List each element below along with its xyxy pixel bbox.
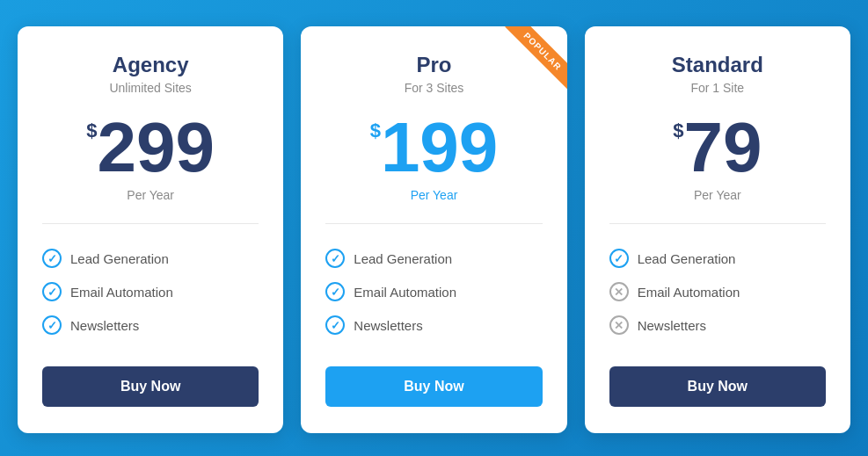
price-per-year: Per Year — [127, 188, 174, 202]
feature-item: ✕ Email Automation — [609, 275, 826, 308]
feature-item: ✓ Newsletters — [42, 308, 259, 342]
feature-label: Newsletters — [638, 318, 706, 333]
feature-label: Lead Generation — [354, 251, 452, 266]
check-icon: ✓ — [325, 249, 345, 268]
divider — [609, 223, 826, 224]
feature-label: Email Automation — [70, 285, 173, 300]
pricing-card-standard: Standard For 1 Site $ 79 Per Year ✓ Lead… — [585, 26, 850, 433]
price-amount: 299 — [98, 112, 215, 183]
price-amount: 79 — [683, 112, 762, 183]
feature-item: ✓ Lead Generation — [325, 242, 542, 275]
feature-item: ✕ Newsletters — [609, 308, 826, 342]
feature-item: ✓ Email Automation — [42, 275, 259, 308]
price-block: $ 199 — [370, 112, 499, 183]
check-icon: ✓ — [42, 315, 62, 335]
features-list: ✓ Lead Generation ✕ Email Automation ✕ N… — [609, 242, 826, 342]
plan-name: Agency — [113, 53, 189, 77]
feature-item: ✓ Email Automation — [325, 275, 542, 308]
buy-now-button[interactable]: Buy Now — [42, 366, 259, 407]
currency-symbol: $ — [370, 121, 381, 141]
price-block: $ 79 — [673, 112, 762, 183]
cross-icon: ✕ — [609, 315, 629, 335]
plan-name: Pro — [416, 53, 451, 77]
feature-label: Newsletters — [70, 318, 139, 333]
features-list: ✓ Lead Generation ✓ Email Automation ✓ N… — [325, 242, 542, 342]
price-per-year: Per Year — [694, 188, 741, 202]
plan-subtitle: For 3 Sites — [405, 81, 464, 95]
pricing-card-agency: Agency Unlimited Sites $ 299 Per Year ✓ … — [18, 26, 283, 433]
buy-now-button[interactable]: Buy Now — [325, 366, 542, 407]
feature-item: ✓ Lead Generation — [42, 242, 259, 275]
price-per-year: Per Year — [411, 188, 458, 202]
plan-name: Standard — [672, 53, 763, 77]
plan-subtitle: Unlimited Sites — [109, 81, 191, 95]
check-icon: ✓ — [325, 282, 345, 301]
cross-icon: ✕ — [609, 282, 629, 301]
check-icon: ✓ — [609, 249, 629, 268]
popular-ribbon: POPULAR — [488, 26, 567, 105]
feature-label: Lead Generation — [70, 251, 169, 266]
check-icon: ✓ — [325, 315, 345, 335]
feature-label: Email Automation — [354, 285, 456, 300]
feature-item: ✓ Lead Generation — [609, 242, 826, 275]
check-icon: ✓ — [42, 282, 62, 301]
plan-subtitle: For 1 Site — [690, 81, 744, 95]
price-block: $ 299 — [86, 112, 215, 183]
pricing-container: Agency Unlimited Sites $ 299 Per Year ✓ … — [18, 26, 850, 433]
check-icon: ✓ — [42, 249, 62, 268]
currency-symbol: $ — [673, 121, 683, 141]
features-list: ✓ Lead Generation ✓ Email Automation ✓ N… — [42, 242, 259, 342]
feature-label: Newsletters — [354, 318, 422, 333]
buy-now-button[interactable]: Buy Now — [609, 366, 826, 407]
divider — [42, 223, 259, 224]
feature-label: Lead Generation — [638, 251, 736, 266]
popular-ribbon-label: POPULAR — [505, 26, 567, 89]
divider — [325, 223, 542, 224]
currency-symbol: $ — [86, 121, 97, 141]
feature-item: ✓ Newsletters — [325, 308, 542, 342]
pricing-card-pro: POPULAR Pro For 3 Sites $ 199 Per Year ✓… — [301, 26, 566, 433]
price-amount: 199 — [381, 112, 498, 183]
feature-label: Email Automation — [638, 285, 740, 300]
